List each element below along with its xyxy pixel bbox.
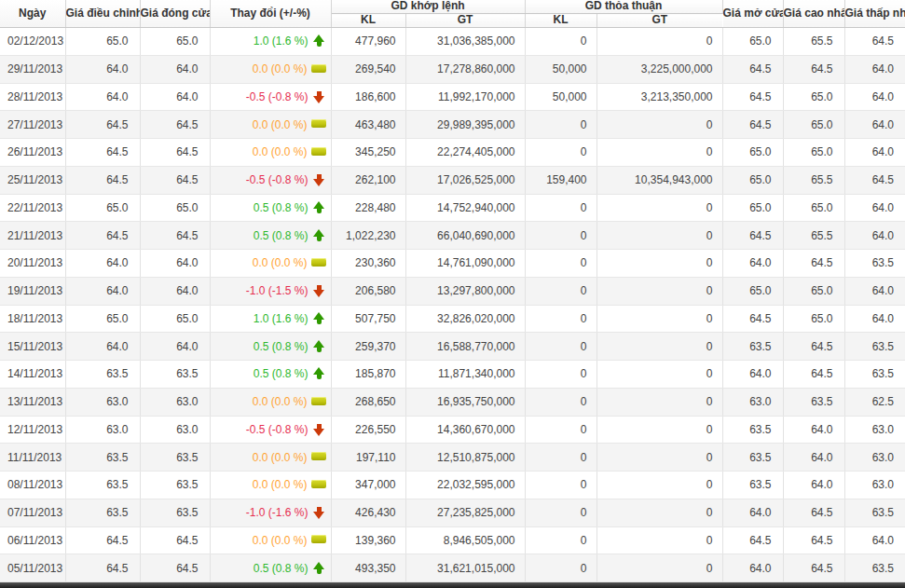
adjusted-price-cell: 63.5 bbox=[65, 361, 140, 389]
change-value: 0.5 (0.8 %) bbox=[254, 562, 309, 575]
high-price-cell: 64.5 bbox=[783, 250, 844, 278]
date-cell: 07/11/2013 bbox=[0, 499, 65, 526]
low-price-cell: 64.0 bbox=[844, 111, 905, 139]
matched-value-cell: 13,297,800,000 bbox=[405, 277, 525, 305]
table-row: 14/11/2013 63.5 63.5 0.5 (0.8 %) 185,870… bbox=[0, 361, 905, 389]
negotiated-value-cell: 0 bbox=[596, 499, 722, 526]
high-price-cell: 64.0 bbox=[783, 472, 844, 499]
negotiated-value-cell: 0 bbox=[596, 472, 722, 499]
negotiated-value-cell: 3,225,000,000 bbox=[596, 55, 722, 83]
change-cell: 0.5 (0.8 %) bbox=[210, 194, 331, 222]
negotiated-value-cell: 0 bbox=[596, 277, 722, 305]
matched-value-cell: 17,278,860,000 bbox=[405, 55, 525, 83]
table-row: 02/12/2013 65.0 65.0 1.0 (1.6 %) 477,960… bbox=[0, 28, 905, 56]
price-history-page: Ngày Giá điều chỉnh Giá đóng cửa Thay đổ… bbox=[0, 0, 905, 588]
change-value: 0.0 (0.0 %) bbox=[253, 534, 308, 547]
matched-volume-cell: 228,480 bbox=[331, 194, 405, 222]
high-price-cell: 64.5 bbox=[783, 333, 844, 361]
date-cell: 15/11/2013 bbox=[0, 333, 65, 361]
negotiated-volume-cell: 0 bbox=[525, 250, 596, 278]
adjusted-price-cell: 64.0 bbox=[65, 55, 140, 83]
table-header: Ngày Giá điều chỉnh Giá đóng cửa Thay đổ… bbox=[0, 0, 905, 28]
open-price-cell: 64.5 bbox=[722, 222, 783, 250]
adjusted-price-cell: 63.0 bbox=[65, 416, 140, 444]
low-price-cell: 64.0 bbox=[844, 222, 905, 250]
change-direction-icon bbox=[311, 452, 326, 460]
change-value: -1.0 (-1.6 %) bbox=[246, 506, 309, 519]
low-price-cell: 63.0 bbox=[844, 472, 905, 499]
table-row: 27/11/2013 64.5 64.5 0.0 (0.0 %) 463,480… bbox=[0, 111, 905, 139]
open-price-cell: 63.5 bbox=[722, 416, 783, 444]
date-cell: 19/11/2013 bbox=[0, 277, 65, 305]
change-cell: -0.5 (-0.8 %) bbox=[210, 166, 331, 194]
matched-volume-cell: 226,550 bbox=[331, 416, 405, 444]
high-price-cell: 64.5 bbox=[783, 55, 844, 83]
matched-value-cell: 14,761,090,000 bbox=[405, 250, 525, 278]
date-cell: 27/11/2013 bbox=[0, 111, 65, 139]
close-price-cell: 64.0 bbox=[140, 55, 210, 83]
low-price-cell: 64.0 bbox=[844, 83, 905, 111]
column-header-date: Ngày bbox=[0, 0, 65, 28]
high-price-cell: 65.0 bbox=[783, 305, 844, 333]
table-row: 28/11/2013 64.0 64.0 -0.5 (-0.8 %) 186,6… bbox=[0, 83, 905, 111]
date-cell: 06/11/2013 bbox=[0, 526, 65, 554]
adjusted-price-cell: 64.5 bbox=[65, 139, 140, 167]
change-direction-icon bbox=[312, 34, 326, 48]
close-price-cell: 64.5 bbox=[140, 222, 210, 250]
low-price-cell: 64.0 bbox=[844, 277, 905, 305]
open-price-cell: 65.0 bbox=[722, 28, 783, 56]
table-row: 07/11/2013 63.5 63.5 -1.0 (-1.6 %) 426,4… bbox=[0, 499, 905, 526]
high-price-cell: 65.0 bbox=[783, 139, 844, 167]
change-cell: 0.0 (0.0 %) bbox=[210, 139, 331, 167]
date-cell: 08/11/2013 bbox=[0, 472, 65, 499]
date-cell: 05/11/2013 bbox=[0, 554, 65, 582]
date-cell: 02/12/2013 bbox=[0, 28, 65, 56]
high-price-cell: 64.0 bbox=[783, 444, 844, 472]
matched-volume-cell: 268,650 bbox=[331, 388, 405, 416]
date-cell: 14/11/2013 bbox=[0, 361, 65, 389]
negotiated-volume-cell: 50,000 bbox=[525, 83, 596, 111]
negotiated-value-cell: 0 bbox=[596, 526, 722, 554]
close-price-cell: 63.5 bbox=[140, 472, 210, 499]
high-price-cell: 64.5 bbox=[783, 361, 844, 389]
matched-value-cell: 22,032,595,000 bbox=[405, 472, 525, 499]
change-value: 1.0 (1.6 %) bbox=[254, 312, 309, 325]
open-price-cell: 65.0 bbox=[722, 277, 783, 305]
adjusted-price-cell: 64.5 bbox=[65, 222, 140, 250]
negotiated-value-cell: 0 bbox=[596, 250, 722, 278]
negotiated-volume-cell: 0 bbox=[525, 444, 596, 472]
matched-volume-cell: 139,360 bbox=[331, 526, 405, 554]
close-price-cell: 63.5 bbox=[140, 361, 210, 389]
matched-volume-cell: 197,110 bbox=[331, 444, 405, 472]
column-header-negotiated-volume: KL bbox=[525, 14, 596, 28]
change-cell: 0.0 (0.0 %) bbox=[210, 472, 331, 499]
change-cell: 0.0 (0.0 %) bbox=[210, 111, 331, 139]
matched-value-cell: 31,036,385,000 bbox=[405, 28, 525, 56]
matched-value-cell: 17,026,525,000 bbox=[405, 166, 525, 194]
change-value: 0.0 (0.0 %) bbox=[253, 118, 308, 131]
price-history-table: Ngày Giá điều chỉnh Giá đóng cửa Thay đổ… bbox=[0, 0, 905, 582]
date-cell: 25/11/2013 bbox=[0, 166, 65, 194]
change-direction-icon bbox=[312, 506, 326, 519]
column-header-matched-value: GT bbox=[405, 14, 525, 28]
adjusted-price-cell: 63.0 bbox=[65, 388, 140, 416]
high-price-cell: 65.0 bbox=[783, 83, 844, 111]
low-price-cell: 63.5 bbox=[844, 250, 905, 278]
open-price-cell: 64.5 bbox=[722, 83, 783, 111]
low-price-cell: 64.0 bbox=[844, 526, 905, 554]
negotiated-volume-cell: 0 bbox=[525, 28, 596, 56]
change-direction-icon bbox=[312, 284, 326, 297]
change-value: -1.0 (-1.5 %) bbox=[246, 284, 309, 297]
open-price-cell: 64.5 bbox=[722, 111, 783, 139]
open-price-cell: 65.0 bbox=[722, 166, 783, 194]
matched-volume-cell: 347,000 bbox=[331, 472, 405, 499]
close-price-cell: 65.0 bbox=[140, 28, 210, 56]
adjusted-price-cell: 64.5 bbox=[65, 554, 140, 582]
change-value: 0.0 (0.0 %) bbox=[253, 451, 308, 464]
close-price-cell: 63.5 bbox=[140, 444, 210, 472]
date-cell: 11/11/2013 bbox=[0, 444, 65, 472]
change-cell: 1.0 (1.6 %) bbox=[210, 28, 331, 56]
high-price-cell: 64.5 bbox=[783, 499, 844, 526]
adjusted-price-cell: 65.0 bbox=[65, 305, 140, 333]
change-value: 0.5 (0.8 %) bbox=[254, 229, 309, 242]
